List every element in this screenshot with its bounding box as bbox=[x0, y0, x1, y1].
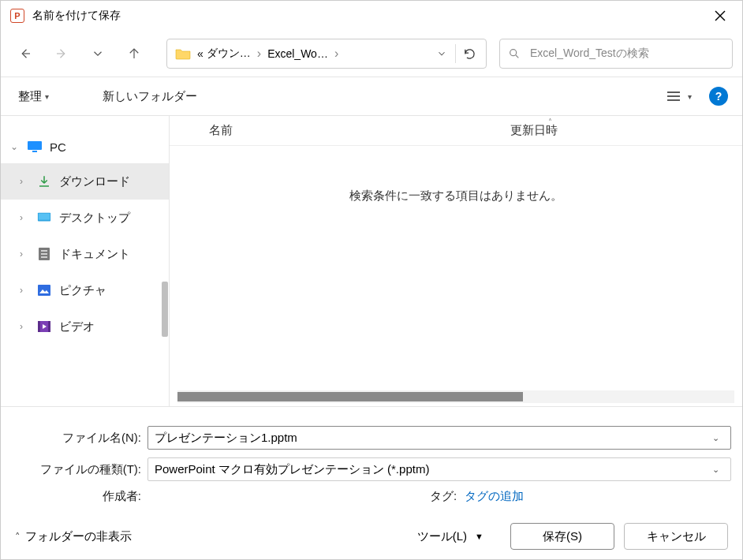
search-placeholder: Excel_Word_Testの検索 bbox=[530, 47, 649, 61]
chevron-down-icon[interactable]: ⌄ bbox=[707, 465, 724, 475]
chevron-down-icon: ▾ bbox=[688, 92, 692, 101]
horizontal-scrollbar[interactable] bbox=[177, 390, 734, 403]
up-button[interactable] bbox=[119, 39, 149, 69]
bottom-bar: ˄ フォルダーの非表示 ツール(L) ▼ 保存(S) キャンセル bbox=[1, 513, 742, 559]
tree-node-videos[interactable]: › ビデオ bbox=[1, 308, 169, 345]
new-folder-button[interactable]: 新しいフォルダー bbox=[99, 86, 200, 107]
navbar: « ダウン… › Excel_Wo… › Excel_Word_Testの検索 bbox=[1, 31, 742, 77]
chevron-right-icon[interactable]: › bbox=[20, 248, 32, 259]
documents-icon bbox=[35, 245, 53, 263]
svg-rect-10 bbox=[28, 141, 42, 150]
chevron-down-icon[interactable]: ⌄ bbox=[10, 141, 23, 152]
svg-point-5 bbox=[510, 50, 517, 56]
tools-menu[interactable]: ツール(L) ▼ bbox=[417, 529, 484, 544]
breadcrumb-sep-icon: › bbox=[334, 47, 338, 61]
toolbar: 整理 ▾ 新しいフォルダー ▾ ? bbox=[1, 77, 742, 115]
forward-button[interactable] bbox=[47, 39, 77, 69]
tree-label: ダウンロード bbox=[59, 174, 130, 189]
back-button[interactable] bbox=[10, 39, 40, 69]
refresh-button[interactable] bbox=[456, 40, 483, 67]
chevron-right-icon[interactable]: › bbox=[20, 321, 32, 332]
refresh-icon bbox=[463, 47, 476, 61]
tree-label: ドキュメント bbox=[59, 247, 130, 262]
pc-icon bbox=[26, 138, 43, 155]
chevron-up-icon: ˄ bbox=[15, 531, 21, 543]
path-dropdown-button[interactable] bbox=[428, 40, 455, 67]
view-menu[interactable]: ▾ bbox=[663, 87, 695, 106]
list-header: ˄ 名前 更新日時 bbox=[170, 116, 742, 146]
column-name[interactable]: 名前 bbox=[170, 123, 501, 138]
filetype-label: ファイルの種類(T): bbox=[12, 462, 147, 477]
folder-icon bbox=[175, 47, 191, 60]
arrow-left-icon bbox=[18, 47, 32, 61]
breadcrumb-prefix: « bbox=[196, 47, 205, 60]
chevron-down-icon[interactable]: ⌄ bbox=[707, 433, 724, 443]
window-title: 名前を付けて保存 bbox=[32, 9, 703, 23]
svg-rect-19 bbox=[38, 285, 50, 296]
chevron-down-icon bbox=[91, 47, 105, 61]
organize-label: 整理 bbox=[18, 89, 42, 104]
tools-label: ツール(L) bbox=[417, 529, 467, 544]
path-box[interactable]: « ダウン… › Excel_Wo… › bbox=[166, 39, 487, 69]
arrow-right-icon bbox=[54, 47, 69, 61]
search-box[interactable]: Excel_Word_Testの検索 bbox=[499, 39, 733, 69]
list-empty-message: 検索条件に一致する項目はありません。 bbox=[170, 146, 742, 390]
hide-folders-toggle[interactable]: ˄ フォルダーの非表示 bbox=[15, 529, 132, 544]
tree-node-pc[interactable]: ⌄ PC bbox=[1, 130, 169, 163]
close-icon bbox=[715, 10, 726, 21]
chevron-down-icon: ▾ bbox=[45, 92, 49, 101]
close-button[interactable] bbox=[703, 1, 737, 31]
filename-label: ファイル名(N): bbox=[12, 431, 147, 446]
chevron-right-icon[interactable]: › bbox=[20, 285, 32, 296]
new-folder-label: 新しいフォルダー bbox=[103, 89, 197, 104]
svg-rect-14 bbox=[39, 214, 50, 220]
desktop-icon bbox=[35, 209, 53, 226]
search-icon bbox=[508, 47, 521, 60]
tree-label: ピクチャ bbox=[59, 283, 106, 298]
app-icon: P bbox=[10, 9, 24, 23]
list-view-icon bbox=[666, 90, 681, 103]
svg-rect-21 bbox=[38, 321, 40, 332]
download-icon bbox=[35, 173, 53, 190]
svg-rect-11 bbox=[32, 151, 37, 152]
author-label: 作成者: bbox=[12, 489, 147, 504]
recent-button[interactable] bbox=[83, 39, 113, 69]
filetype-value: PowerPoint マクロ有効プレゼンテーション (*.pptm) bbox=[155, 462, 707, 477]
column-date[interactable]: 更新日時 bbox=[501, 123, 742, 138]
filetype-select[interactable]: PowerPoint マクロ有効プレゼンテーション (*.pptm) ⌄ bbox=[147, 457, 731, 481]
chevron-down-icon: ▼ bbox=[475, 532, 484, 541]
videos-icon bbox=[35, 318, 53, 335]
filename-input[interactable]: プレゼンテーション1.pptm ⌄ bbox=[147, 426, 731, 450]
tree-panel: ⌄ PC › ダウンロード › デスクトップ › ドキュメント bbox=[1, 116, 170, 406]
arrow-up-icon bbox=[127, 47, 141, 61]
svg-line-6 bbox=[516, 55, 518, 58]
tag-add-link[interactable]: タグの追加 bbox=[465, 489, 524, 504]
save-label: 保存(S) bbox=[543, 529, 582, 544]
tree-label: PC bbox=[50, 140, 66, 154]
chevron-down-icon bbox=[436, 48, 447, 59]
breadcrumb-sep-icon: › bbox=[257, 47, 261, 61]
organize-menu[interactable]: 整理 ▾ bbox=[15, 86, 52, 107]
tree-node-documents[interactable]: › ドキュメント bbox=[1, 236, 169, 272]
tree-scrollbar[interactable] bbox=[162, 282, 168, 337]
filename-value: プレゼンテーション1.pptm bbox=[155, 431, 707, 446]
svg-rect-22 bbox=[48, 321, 50, 332]
tree-label: デスクトップ bbox=[59, 211, 130, 226]
tree-node-downloads[interactable]: › ダウンロード bbox=[1, 163, 169, 200]
sort-indicator-icon: ˄ bbox=[548, 118, 552, 126]
help-button[interactable]: ? bbox=[709, 87, 728, 106]
titlebar: P 名前を付けて保存 bbox=[1, 1, 742, 31]
footer-form: ファイル名(N): プレゼンテーション1.pptm ⌄ ファイルの種類(T): … bbox=[1, 407, 742, 513]
tree-label: ビデオ bbox=[59, 319, 95, 334]
tree-node-desktop[interactable]: › デスクトップ bbox=[1, 200, 169, 236]
cancel-label: キャンセル bbox=[647, 529, 706, 544]
cancel-button[interactable]: キャンセル bbox=[624, 523, 728, 550]
hide-folders-label: フォルダーの非表示 bbox=[25, 529, 132, 544]
tree-node-pictures[interactable]: › ピクチャ bbox=[1, 272, 169, 308]
breadcrumb-part2[interactable]: Excel_Wo… bbox=[266, 47, 330, 60]
chevron-right-icon[interactable]: › bbox=[20, 176, 32, 187]
tag-label: タグ: bbox=[430, 489, 457, 504]
save-button[interactable]: 保存(S) bbox=[510, 523, 614, 550]
chevron-right-icon[interactable]: › bbox=[20, 212, 32, 223]
breadcrumb-part1[interactable]: ダウン… bbox=[205, 47, 252, 61]
